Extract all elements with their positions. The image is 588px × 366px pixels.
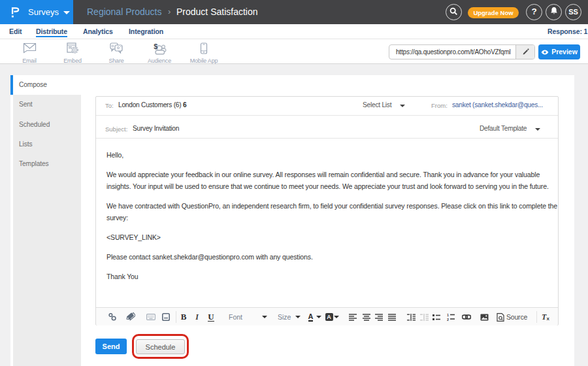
svg-text:$: $ — [154, 42, 157, 50]
svg-text:2: 2 — [447, 318, 449, 321]
svg-text:1: 1 — [447, 313, 449, 317]
